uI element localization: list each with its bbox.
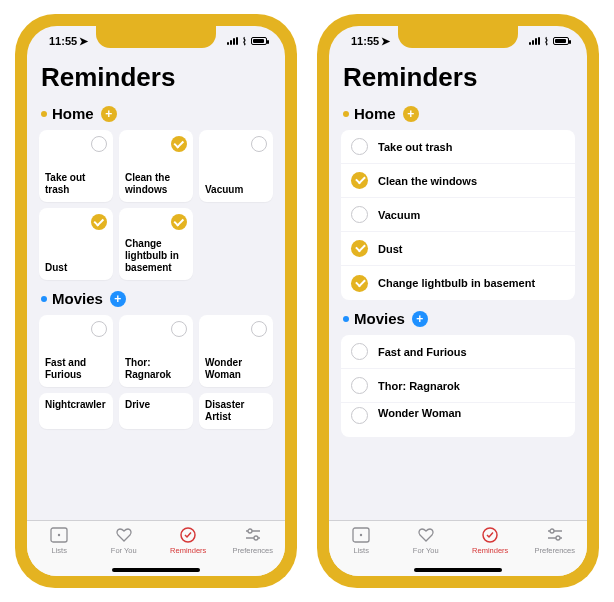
reminder-row[interactable]: Clean the windows xyxy=(341,164,575,198)
reminder-card[interactable]: Thor: Ragnarok xyxy=(119,315,193,387)
movies-grid-partial: Nightcrawler Drive Disaster Artist xyxy=(39,393,273,429)
section-title: Movies xyxy=(354,310,405,327)
reminder-card[interactable]: Drive xyxy=(119,393,193,429)
checkbox-icon[interactable] xyxy=(351,377,368,394)
tab-label: Preferences xyxy=(233,546,273,555)
checkbox-icon[interactable] xyxy=(351,407,368,424)
check-circle-icon xyxy=(178,526,198,544)
reminder-row[interactable]: Take out trash xyxy=(341,130,575,164)
reminder-card[interactable]: Wonder Woman xyxy=(199,315,273,387)
checkbox-icon[interactable] xyxy=(351,343,368,360)
tab-label: Lists xyxy=(52,546,67,555)
checkbox-icon[interactable] xyxy=(91,214,107,230)
checkbox-icon[interactable] xyxy=(351,172,368,189)
checkbox-icon[interactable] xyxy=(171,136,187,152)
reminder-label: Thor: Ragnarok xyxy=(378,380,460,392)
tab-label: Reminders xyxy=(170,546,206,555)
heart-icon xyxy=(416,526,436,544)
reminder-label: Fast and Furious xyxy=(378,346,467,358)
tab-label: Lists xyxy=(354,546,369,555)
phone-mockup-grid: 11:55 ➤ ⌇ Reminders Home + Take out tras… xyxy=(15,14,297,588)
checkbox-icon[interactable] xyxy=(171,214,187,230)
tab-label: Reminders xyxy=(472,546,508,555)
reminder-label: Disaster Artist xyxy=(205,399,267,423)
section-dot-icon xyxy=(41,296,47,302)
section-title: Home xyxy=(354,105,396,122)
reminder-card[interactable]: Take out trash xyxy=(39,130,113,202)
cellular-icon xyxy=(529,37,540,45)
reminder-label: Change lightbulb in basement xyxy=(378,277,535,289)
section-dot-icon xyxy=(41,111,47,117)
checkbox-icon[interactable] xyxy=(351,240,368,257)
notch xyxy=(96,26,216,48)
section-header-movies: Movies + xyxy=(343,310,575,327)
sliders-icon xyxy=(545,526,565,544)
reminder-label: Dust xyxy=(45,262,67,274)
reminder-card[interactable]: Nightcrawler xyxy=(39,393,113,429)
status-time: 11:55 xyxy=(351,35,379,47)
reminder-row[interactable]: Fast and Furious xyxy=(341,335,575,369)
movies-list: Fast and Furious Thor: Ragnarok Wonder W… xyxy=(341,335,575,437)
battery-icon xyxy=(553,37,569,45)
tab-preferences[interactable]: Preferences xyxy=(224,526,282,555)
home-indicator[interactable] xyxy=(414,568,502,572)
reminder-label: Wonder Woman xyxy=(378,407,461,419)
tab-lists[interactable]: Lists xyxy=(30,526,88,555)
reminder-label: Vacuum xyxy=(205,184,243,196)
reminder-row[interactable]: Vacuum xyxy=(341,198,575,232)
reminder-card[interactable]: Vacuum xyxy=(199,130,273,202)
screen: 11:55 ➤ ⌇ Reminders Home + Take out tras… xyxy=(329,26,587,576)
reminder-row[interactable]: Dust xyxy=(341,232,575,266)
checkbox-icon[interactable] xyxy=(251,136,267,152)
checkbox-icon[interactable] xyxy=(91,136,107,152)
check-circle-icon xyxy=(480,526,500,544)
svg-point-13 xyxy=(556,536,560,540)
reminder-card[interactable]: Change lightbulb in basement xyxy=(119,208,193,280)
checkbox-icon[interactable] xyxy=(351,275,368,292)
page-title: Reminders xyxy=(39,62,273,93)
tab-foryou[interactable]: For You xyxy=(95,526,153,555)
tab-reminders[interactable]: Reminders xyxy=(159,526,217,555)
checkbox-icon[interactable] xyxy=(251,321,267,337)
add-button[interactable]: + xyxy=(412,311,428,327)
checkbox-icon[interactable] xyxy=(351,138,368,155)
reminder-label: Vacuum xyxy=(378,209,420,221)
section-dot-icon xyxy=(343,111,349,117)
add-button[interactable]: + xyxy=(101,106,117,122)
svg-point-8 xyxy=(360,534,362,536)
section-title: Home xyxy=(52,105,94,122)
tab-lists[interactable]: Lists xyxy=(332,526,390,555)
reminder-card[interactable]: Fast and Furious xyxy=(39,315,113,387)
reminder-label: Thor: Ragnarok xyxy=(125,357,187,381)
add-button[interactable]: + xyxy=(403,106,419,122)
reminder-card[interactable]: Clean the windows xyxy=(119,130,193,202)
svg-point-4 xyxy=(248,529,252,533)
reminder-label: Take out trash xyxy=(45,172,107,196)
home-indicator[interactable] xyxy=(112,568,200,572)
checkbox-icon[interactable] xyxy=(351,206,368,223)
reminder-card[interactable]: Dust xyxy=(39,208,113,280)
page-title: Reminders xyxy=(341,62,575,93)
svg-point-6 xyxy=(254,536,258,540)
tab-label: For You xyxy=(413,546,439,555)
movies-grid: Fast and Furious Thor: Ragnarok Wonder W… xyxy=(39,315,273,387)
reminder-row[interactable]: Change lightbulb in basement xyxy=(341,266,575,300)
add-button[interactable]: + xyxy=(110,291,126,307)
tab-preferences[interactable]: Preferences xyxy=(526,526,584,555)
reminder-label: Take out trash xyxy=(378,141,452,153)
tab-foryou[interactable]: For You xyxy=(397,526,455,555)
status-time: 11:55 xyxy=(49,35,77,47)
tab-reminders[interactable]: Reminders xyxy=(461,526,519,555)
checkbox-icon[interactable] xyxy=(171,321,187,337)
phone-mockup-list: 11:55 ➤ ⌇ Reminders Home + Take out tras… xyxy=(317,14,599,588)
reminder-label: Dust xyxy=(378,243,402,255)
svg-point-1 xyxy=(58,534,60,536)
reminder-label: Drive xyxy=(125,399,150,411)
section-dot-icon xyxy=(343,316,349,322)
reminder-row[interactable]: Wonder Woman xyxy=(341,403,575,437)
svg-point-11 xyxy=(550,529,554,533)
section-title: Movies xyxy=(52,290,103,307)
reminder-row[interactable]: Thor: Ragnarok xyxy=(341,369,575,403)
checkbox-icon[interactable] xyxy=(91,321,107,337)
reminder-card[interactable]: Disaster Artist xyxy=(199,393,273,429)
